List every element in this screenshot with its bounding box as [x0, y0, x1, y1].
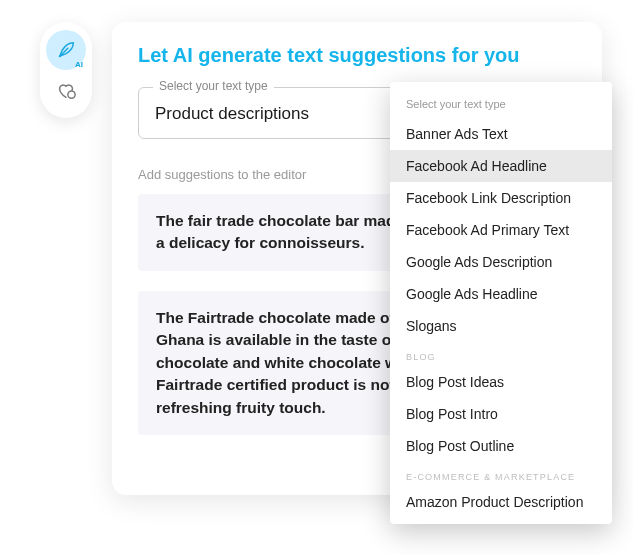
dropdown-item[interactable]: Blog Post Intro	[390, 398, 612, 430]
select-legend: Select your text type	[153, 79, 274, 93]
dropdown-item[interactable]: Google Ads Headline	[390, 278, 612, 310]
favorite-button[interactable]	[46, 70, 86, 110]
text-type-dropdown: Select your text type Banner Ads Text Fa…	[390, 82, 612, 524]
dropdown-category: E-COMMERCE & MARKETPLACE	[390, 462, 612, 486]
dropdown-item[interactable]: Banner Ads Text	[390, 118, 612, 150]
svg-point-1	[68, 91, 75, 98]
feather-icon	[55, 39, 77, 61]
ai-badge: AI	[75, 60, 83, 69]
ai-toolbar: AI	[40, 22, 92, 118]
dropdown-item[interactable]: Facebook Ad Headline	[390, 150, 612, 182]
dropdown-item[interactable]: Facebook Ad Primary Text	[390, 214, 612, 246]
dropdown-item[interactable]: Amazon Product Description	[390, 486, 612, 518]
dropdown-item[interactable]: Slogans	[390, 310, 612, 342]
dropdown-item[interactable]: Blog Post Ideas	[390, 366, 612, 398]
dropdown-label: Select your text type	[390, 92, 612, 118]
panel-title: Let AI generate text suggestions for you	[138, 44, 576, 67]
heart-circle-icon	[55, 79, 77, 101]
ai-feather-button[interactable]: AI	[46, 30, 86, 70]
dropdown-item[interactable]: Blog Post Outline	[390, 430, 612, 462]
dropdown-item[interactable]: Facebook Link Description	[390, 182, 612, 214]
dropdown-item[interactable]: Google Ads Description	[390, 246, 612, 278]
dropdown-category: BLOG	[390, 342, 612, 366]
